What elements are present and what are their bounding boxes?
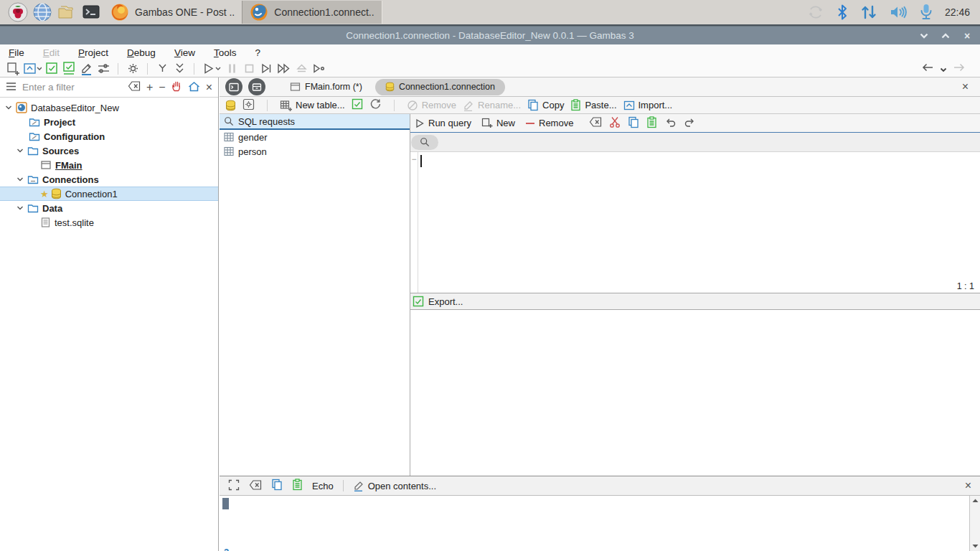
tree-item-connection1[interactable]: ★ Connection1 (0, 187, 218, 201)
expand-console-icon[interactable] (228, 479, 240, 493)
save-icon[interactable] (43, 61, 60, 77)
echo-toggle[interactable]: Echo (312, 481, 334, 491)
console-output[interactable]: 2 (220, 496, 980, 551)
close-console-icon[interactable]: × (965, 479, 971, 492)
chevron-down-icon[interactable] (16, 148, 24, 154)
run-icon[interactable] (200, 61, 223, 77)
maximize-button[interactable] (940, 30, 951, 42)
file-manager-icon[interactable] (55, 1, 79, 24)
import-button[interactable]: Import... (623, 100, 673, 111)
tree-item-data[interactable]: Data (0, 201, 218, 215)
apply-icon[interactable] (352, 98, 363, 112)
copy-icon[interactable] (628, 116, 639, 131)
menu-debug[interactable]: Debug (127, 47, 156, 58)
clear-console-icon[interactable] (249, 480, 262, 492)
tree-item-test-sqlite[interactable]: test.sqlite (0, 215, 218, 230)
save-all-icon[interactable] (60, 61, 77, 77)
minimize-button[interactable] (918, 30, 930, 42)
history-back-icon[interactable] (921, 62, 934, 75)
table-list-item-gender[interactable]: gender (220, 130, 410, 144)
taskbar-window-gambas[interactable]: Connection1.connect.. (242, 1, 382, 24)
refresh-icon[interactable] (369, 98, 382, 112)
filter-menu-icon[interactable] (6, 82, 17, 93)
raspberry-menu-icon[interactable] (6, 1, 30, 24)
terminal-icon[interactable] (79, 1, 103, 24)
copy-console-icon[interactable] (271, 479, 283, 493)
home-icon[interactable] (188, 81, 200, 94)
network-arrows-icon[interactable] (860, 4, 877, 21)
paste-console-icon[interactable] (292, 479, 303, 493)
scroll-up-icon[interactable] (970, 496, 980, 506)
expand-all-icon[interactable]: + (146, 82, 153, 93)
collapse-icon[interactable] (154, 61, 171, 77)
new-file-icon[interactable] (4, 61, 22, 77)
clock[interactable]: 22:46 (945, 6, 970, 18)
tree-item-configuration[interactable]: Configuration (0, 129, 218, 143)
properties-icon[interactable] (95, 61, 112, 77)
new-table-button[interactable]: New table... (280, 100, 345, 111)
step-icon[interactable] (258, 61, 275, 77)
console-scrollbar[interactable] (969, 496, 980, 551)
taskbar-window-firefox[interactable]: Gambas ONE - Post .. (103, 1, 242, 24)
console-toggle-button[interactable] (225, 78, 242, 95)
collapse-tree-icon[interactable]: − (159, 82, 165, 93)
table-properties-icon[interactable] (242, 98, 255, 113)
menu-tools[interactable]: Tools (214, 47, 237, 58)
tree-item-sources[interactable]: Sources (0, 143, 218, 158)
paste-table-button[interactable]: Paste... (570, 99, 616, 111)
settings-gear-icon[interactable] (124, 61, 141, 77)
menu-view[interactable]: View (174, 47, 195, 58)
archive-button[interactable] (248, 78, 265, 95)
run-query-button[interactable]: Run query (415, 118, 471, 128)
edit-form-icon[interactable] (77, 61, 95, 77)
run-until-icon[interactable] (310, 61, 328, 77)
close-tab-icon[interactable]: × (962, 80, 969, 93)
tree-item-project[interactable]: Project (0, 115, 218, 129)
copy-table-button[interactable]: Copy (527, 99, 564, 111)
scroll-down-icon[interactable] (970, 541, 980, 551)
web-browser-icon[interactable] (30, 1, 55, 24)
forward-icon[interactable] (275, 61, 293, 77)
undo-icon[interactable] (664, 117, 677, 130)
tree-item-project-root[interactable]: DatabaseEditor_New (0, 100, 218, 115)
close-filter-icon[interactable]: × (206, 82, 212, 93)
open-contents-button[interactable]: Open contents... (353, 480, 436, 491)
window-titlebar[interactable]: Connection1.connection - DatabaseEditor_… (0, 26, 980, 44)
tree-item-connections[interactable]: Connections (0, 172, 218, 187)
menu-project[interactable]: Project (78, 47, 108, 58)
pause-icon[interactable] (223, 61, 240, 77)
stop-hand-icon[interactable] (171, 80, 182, 94)
volume-icon[interactable] (889, 4, 908, 21)
menu-help[interactable]: ? (255, 47, 260, 58)
export-button[interactable]: Export... (428, 296, 463, 307)
menu-file[interactable]: File (9, 47, 24, 58)
chevron-down-icon[interactable] (4, 105, 13, 110)
table-list-item-sql-requests[interactable]: SQL requests (220, 114, 410, 130)
finish-icon[interactable] (293, 61, 310, 77)
open-project-icon[interactable] (22, 61, 43, 77)
search-toggle[interactable] (411, 135, 438, 150)
bluetooth-icon[interactable] (836, 4, 849, 21)
history-forward-icon[interactable] (953, 62, 966, 75)
table-list-item-person[interactable]: person (220, 144, 410, 159)
tree-item-fmain[interactable]: FMain (0, 158, 218, 172)
stop-icon[interactable] (240, 61, 258, 77)
close-window-button[interactable]: × (961, 30, 973, 42)
clear-text-icon[interactable] (589, 117, 602, 129)
cut-icon[interactable] (609, 116, 621, 130)
tab-fmain-form[interactable]: FMain.form (*) (283, 79, 369, 95)
new-query-button[interactable]: New (481, 118, 515, 128)
microphone-icon[interactable] (919, 3, 933, 22)
paste-icon[interactable] (646, 116, 657, 131)
remove-query-button[interactable]: Remove (525, 118, 573, 128)
collapse-all-icon[interactable] (171, 61, 188, 77)
filter-input[interactable] (22, 82, 122, 93)
chevron-down-icon[interactable] (16, 205, 24, 211)
chevron-down-icon[interactable] (16, 176, 24, 182)
redo-icon[interactable] (684, 117, 696, 130)
filter-clear-icon[interactable] (128, 81, 141, 93)
sync-icon[interactable] (807, 4, 824, 21)
tab-connection1-connection[interactable]: Connection1.connection (375, 79, 505, 95)
sql-editor[interactable]: − 1 : 1 (410, 152, 980, 293)
history-dropdown-icon[interactable] (940, 62, 947, 75)
